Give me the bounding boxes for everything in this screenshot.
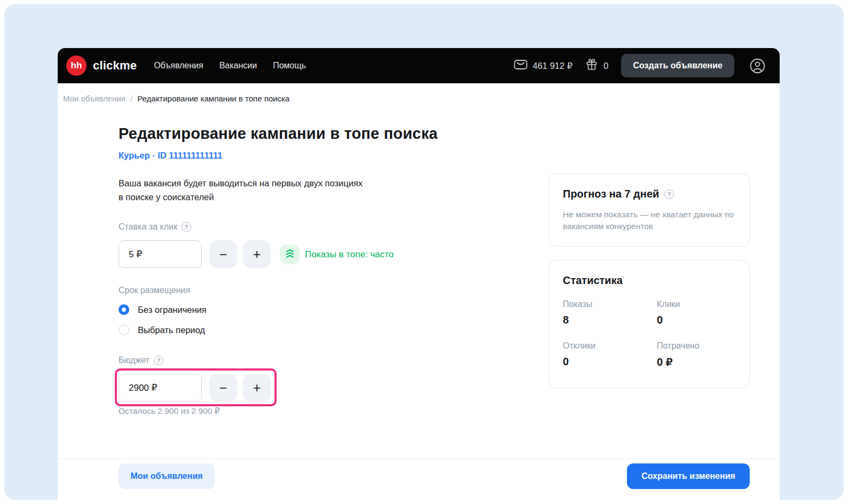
- stat-clicks: Клики 0: [657, 300, 735, 326]
- stat-responses: Отклики 0: [563, 341, 657, 368]
- period-label: Срок размещения: [119, 286, 190, 295]
- chevrons-up-icon: [285, 248, 295, 261]
- budget-minus-button[interactable]: −: [209, 374, 237, 401]
- bid-label: Ставка за клик: [119, 222, 177, 232]
- breadcrumb-my-ads-link[interactable]: Мои объявления: [63, 94, 125, 103]
- radio-option-unlimited[interactable]: Без ограничения: [119, 304, 207, 315]
- top-frequency-status: Показы в топе: часто: [305, 249, 394, 260]
- create-ad-button[interactable]: Создать объявление: [621, 54, 734, 77]
- breadcrumb-current: Редактирование кампании в топе поиска: [137, 94, 289, 103]
- main-nav: Объявления Вакансии Помощь: [154, 61, 306, 70]
- radio-label-unlimited: Без ограничения: [138, 305, 207, 315]
- stat-impressions: Показы 8: [563, 300, 657, 326]
- stat-spent-label: Потрачено: [657, 341, 735, 351]
- nav-item-vacancies[interactable]: Вакансии: [219, 61, 257, 70]
- budget-label: Бюджет: [119, 356, 150, 365]
- description-line-1: Ваша вакансия будет выводиться на первых…: [119, 176, 363, 190]
- stat-impressions-label: Показы: [563, 300, 657, 309]
- stat-clicks-label: Клики: [657, 300, 735, 309]
- forecast-body: Не можем показать — не хватает данных по…: [563, 209, 735, 232]
- wallet-balance[interactable]: 461 912 ₽: [514, 59, 573, 73]
- statistics-title: Статистика: [563, 274, 735, 287]
- stat-responses-value: 0: [563, 356, 657, 368]
- content-area: Мои объявления / Редактирование кампании…: [58, 83, 780, 500]
- gift-count: 0: [603, 61, 608, 71]
- campaign-description: Ваша вакансия будет выводиться на первых…: [119, 176, 363, 204]
- breadcrumb-separator: /: [130, 94, 132, 103]
- budget-help-icon[interactable]: ?: [154, 356, 163, 365]
- main-card: hh clickme Объявления Вакансии Помощь 46…: [58, 48, 780, 500]
- my-ads-button[interactable]: Мои объявления: [119, 463, 215, 489]
- nav-item-help[interactable]: Помощь: [273, 61, 306, 70]
- forecast-help-icon[interactable]: ?: [664, 190, 674, 199]
- gift-bonus[interactable]: 0: [585, 58, 608, 73]
- top-frequency-badge: [280, 245, 300, 264]
- statistics-panel: Статистика Показы 8 Клики 0 Отклики 0 По…: [548, 260, 750, 388]
- bid-label-row: Ставка за клик ?: [119, 222, 191, 232]
- page-title: Редактирование кампании в топе поиска: [119, 125, 438, 143]
- wallet-balance-value: 461 912 ₽: [533, 61, 573, 71]
- stat-responses-label: Отклики: [563, 341, 657, 351]
- description-line-2: в поиске у соискателей: [119, 190, 363, 204]
- bid-help-icon[interactable]: ?: [182, 222, 191, 232]
- bid-input[interactable]: [119, 240, 202, 268]
- hh-logo[interactable]: hh: [66, 56, 87, 76]
- stat-impressions-value: 8: [563, 314, 657, 326]
- radio-selected-icon[interactable]: [119, 304, 129, 315]
- radio-option-choose-period[interactable]: Выбрать период: [119, 325, 205, 335]
- gift-icon: [585, 58, 598, 73]
- budget-input[interactable]: [119, 374, 202, 401]
- forecast-panel: Прогноз на 7 дней ? Не можем показать — …: [548, 174, 750, 247]
- forecast-title-row: Прогноз на 7 дней ?: [563, 188, 735, 200]
- brand-clickme[interactable]: clickme: [93, 59, 137, 73]
- forecast-title: Прогноз на 7 дней: [563, 188, 659, 200]
- profile-avatar-icon[interactable]: [749, 58, 766, 74]
- campaign-id-link[interactable]: Курьер · ID 111111111111: [119, 151, 222, 161]
- bid-minus-button[interactable]: −: [209, 240, 237, 268]
- stat-clicks-value: 0: [657, 314, 735, 326]
- topbar-right-group: 461 912 ₽ 0 Создать объявление: [514, 54, 766, 77]
- bid-plus-button[interactable]: +: [243, 240, 271, 268]
- footer-divider: [58, 459, 780, 459]
- statistics-grid: Показы 8 Клики 0 Отклики 0 Потрачено 0 ₽: [563, 300, 735, 368]
- period-label-row: Срок размещения: [119, 286, 190, 295]
- top-navigation-bar: hh clickme Объявления Вакансии Помощь 46…: [58, 48, 780, 83]
- nav-item-ads[interactable]: Объявления: [154, 61, 203, 70]
- budget-plus-button[interactable]: +: [243, 374, 271, 401]
- wallet-icon: [514, 59, 528, 73]
- stat-spent-value: 0 ₽: [657, 356, 735, 368]
- save-changes-button[interactable]: Сохранить изменения: [627, 463, 750, 489]
- budget-remaining-text: Осталось 2 900 из 2 900 ₽: [119, 406, 219, 416]
- radio-unselected-icon[interactable]: [119, 325, 129, 335]
- budget-label-row: Бюджет ?: [119, 356, 163, 365]
- stat-spent: Потрачено 0 ₽: [657, 341, 735, 368]
- radio-label-choose-period: Выбрать период: [138, 325, 205, 335]
- breadcrumb: Мои объявления / Редактирование кампании…: [63, 94, 289, 103]
